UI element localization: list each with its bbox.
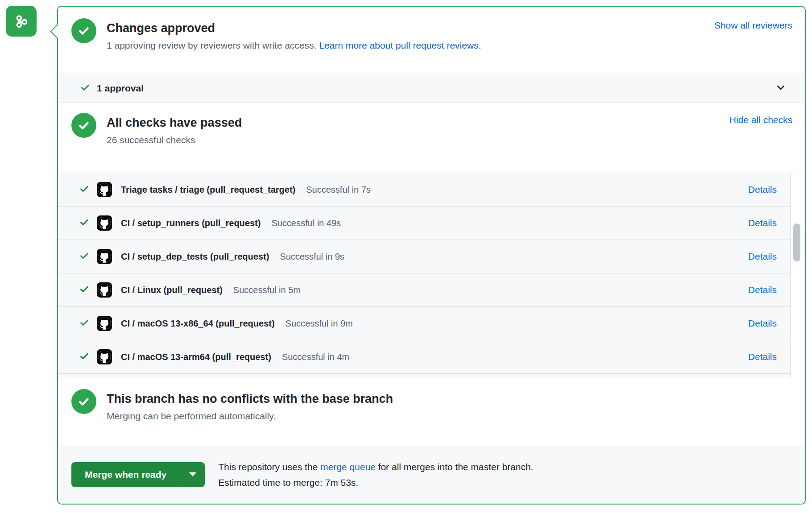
check-row: CI / macOS 13-x86_64 (pull_request) Succ… [58,307,790,340]
review-section: Changes approved 1 approving review by r… [58,7,805,74]
details-link[interactable]: Details [748,251,777,262]
check-name: CI / setup_runners (pull_request) [121,218,261,228]
github-actions-avatar [97,215,112,231]
conflicts-title: This branch has no conflicts with the ba… [107,392,393,406]
merge-queue-note: This repository uses the merge queue for… [218,459,533,490]
conflicts-subtitle: Merging can be performed automatically. [107,410,393,422]
merge-estimate: Estimated time to merge: 7m 53s. [218,475,533,490]
checks-passed-circle-icon [71,113,96,138]
approval-summary-row[interactable]: 1 approval [58,74,805,103]
scrollbar-thumb[interactable] [793,223,800,261]
approval-count-label: 1 approval [97,83,144,94]
checks-subtitle: 26 successful checks [107,134,242,146]
check-status: Successful in 9m [286,319,353,329]
check-row: CI / setup_dep_tests (pull_request) Succ… [58,240,790,273]
check-row: CI / macOS 13-arm64 (pull_request) Succe… [58,340,790,374]
review-subtitle-text: 1 approving review by reviewers with wri… [107,40,319,50]
checks-list: Triage tasks / triage (pull_request_targ… [58,173,805,378]
checks-section: All checks have passed 26 successful che… [58,103,805,173]
merge-options-dropdown-button[interactable] [180,462,205,487]
github-actions-avatar [97,349,112,364]
github-actions-avatar [97,182,112,197]
check-icon [79,351,89,363]
check-row: CI / Linux (pull_request) Successful in … [58,273,790,307]
check-icon [79,284,89,296]
checks-title: All checks have passed [107,116,242,130]
check-status: Successful in 9s [280,252,344,262]
check-icon [79,217,89,229]
details-link[interactable]: Details [748,184,777,195]
merge-footer: Merge when ready This repository uses th… [58,445,805,504]
show-all-reviewers-link[interactable]: Show all reviewers [714,18,792,31]
check-icon [79,184,89,195]
check-row: Triage tasks / triage (pull_request_targ… [58,173,790,207]
github-actions-avatar [97,249,112,264]
approved-check-circle-icon [71,18,96,43]
check-status: Successful in 5m [233,285,301,295]
details-link[interactable]: Details [748,318,777,329]
git-merge-icon [6,6,37,37]
conflicts-section: This branch has no conflicts with the ba… [58,378,805,445]
check-status: Successful in 49s [271,218,341,228]
check-status: Successful in 4m [282,352,349,362]
review-title: Changes approved [107,21,481,35]
check-status: Successful in 7s [306,185,371,195]
check-icon [79,251,89,262]
hide-all-checks-link[interactable]: Hide all checks [729,113,792,125]
details-link[interactable]: Details [748,285,777,295]
merge-queue-note-line1: This repository uses the merge queue for… [218,459,533,475]
chevron-down-icon[interactable] [775,82,786,95]
learn-more-link[interactable]: Learn more about pull request reviews. [319,40,481,50]
merge-when-ready-button-group: Merge when ready [71,462,205,487]
check-name: CI / macOS 13-arm64 (pull_request) [121,352,271,362]
check-name: CI / setup_dep_tests (pull_request) [121,252,269,262]
details-link[interactable]: Details [748,218,777,228]
github-actions-avatar [97,316,112,331]
note-prefix: This repository uses the [218,462,320,472]
note-suffix: for all merges into the master branch. [376,462,534,472]
review-subtitle: 1 approving review by reviewers with wri… [107,39,481,51]
partial-check-row [58,374,790,378]
github-actions-avatar [97,282,112,298]
check-name: CI / Linux (pull_request) [121,285,223,295]
dropdown-triangle-icon [189,472,196,476]
check-icon [79,318,89,329]
merge-when-ready-button[interactable]: Merge when ready [71,462,180,487]
details-link[interactable]: Details [748,352,777,362]
no-conflicts-circle-icon [71,389,96,414]
check-name: Triage tasks / triage (pull_request_targ… [121,185,295,195]
check-row: CI / setup_runners (pull_request) Succes… [58,207,790,240]
check-icon [80,83,90,94]
merge-box: Changes approved 1 approving review by r… [57,6,806,505]
check-name: CI / macOS 13-x86_64 (pull_request) [121,319,275,329]
merge-queue-link[interactable]: merge queue [320,462,376,472]
